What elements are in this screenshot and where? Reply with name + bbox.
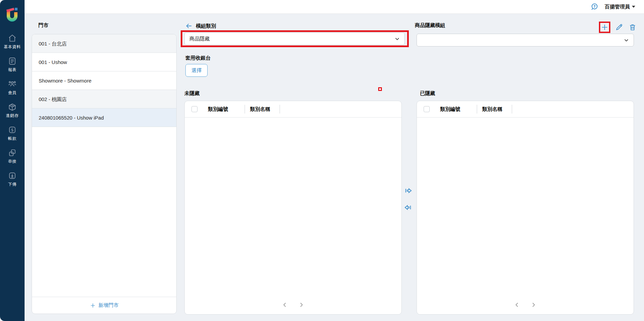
delete-module-button[interactable] (629, 23, 637, 31)
chevron-down-icon (632, 6, 635, 8)
store-list-item[interactable]: Showmore - Showmore (32, 71, 176, 90)
sidebar-item-inventory[interactable]: 進銷存 (0, 102, 25, 125)
sidebar-item-label: 會員 (8, 90, 16, 96)
sidebar-item-label: 報表 (8, 67, 16, 73)
hidden-table-card: 類別編號 類別名稱 (417, 101, 634, 315)
hidden-module-select[interactable] (417, 34, 634, 46)
column-divider (245, 105, 245, 114)
hidden-table-title: 已隱藏 (420, 90, 435, 97)
hidden-module-actions (599, 22, 637, 33)
sidebar-item-payments[interactable]: $ 帳款 (0, 125, 25, 148)
prev-page-button[interactable] (281, 301, 289, 309)
move-to-hidden-button[interactable] (404, 186, 413, 195)
store-list-card: 001 - 台北店 001 - Ushow Showmore - Showmor… (32, 34, 177, 314)
sidebar-item-members[interactable]: 會員 (0, 79, 25, 102)
sidebar-item-label: 串接 (8, 159, 16, 164)
user-name: 百揚管理員 (605, 4, 630, 10)
sidebar-item-download[interactable]: 下傳 (0, 171, 25, 194)
unhidden-table-card: 類別編號 類別名稱 (184, 101, 402, 315)
help-search-icon[interactable]: ? (590, 3, 599, 11)
annotation-red-marker (378, 87, 382, 91)
trash-icon (629, 23, 637, 31)
column-divider (477, 105, 477, 114)
module-category-select[interactable]: 商品隱藏 (184, 32, 405, 45)
add-module-button[interactable] (601, 23, 609, 31)
store-list-item[interactable]: 001 - 台北店 (32, 34, 176, 53)
ushow-logo (4, 5, 20, 23)
store-list-item-selected[interactable]: 240801065520 - Ushow iPad (32, 108, 176, 127)
select-all-checkbox[interactable] (191, 106, 198, 112)
payment-icon: $ (8, 125, 17, 134)
edit-module-button[interactable] (615, 23, 623, 31)
page: 基本資料 報表 會員 進銷存 $ 帳款 串接 (0, 0, 644, 321)
sidebar-item-reports[interactable]: 報表 (0, 57, 25, 79)
store-list: 001 - 台北店 001 - Ushow Showmore - Showmor… (32, 34, 176, 127)
sidebar-item-label: 帳款 (8, 136, 16, 141)
unhidden-table-pagination (185, 299, 401, 310)
annotation-red-box-add-button (599, 22, 610, 33)
sidebar-item-label: 基本資料 (4, 44, 21, 50)
sidebar-item-label: 下傳 (8, 182, 16, 187)
prev-page-button[interactable] (513, 301, 521, 309)
hidden-module-panel-title: 商品隱藏模組 (415, 22, 445, 29)
move-to-unhidden-button[interactable] (403, 203, 412, 212)
sidebar-item-basic-data[interactable]: 基本資料 (0, 34, 25, 57)
select-all-checkbox[interactable] (424, 106, 430, 112)
hidden-table-header: 類別編號 類別名稱 (417, 101, 634, 118)
column-header-category-code: 類別編號 (440, 106, 477, 113)
stores-title: 門市 (38, 22, 48, 29)
sidebar-nav: 基本資料 報表 會員 進銷存 $ 帳款 串接 (0, 34, 25, 194)
svg-text:$: $ (11, 128, 14, 132)
report-icon (8, 57, 17, 66)
module-header: 模組類別 (185, 22, 216, 30)
sidebar-item-integrations[interactable]: 串接 (0, 148, 25, 171)
store-list-item[interactable]: 001 - Ushow (32, 53, 176, 71)
column-header-category-name: 類別名稱 (482, 106, 512, 113)
sidebar: 基本資料 報表 會員 進銷存 $ 帳款 串接 (0, 0, 25, 321)
next-page-button[interactable] (297, 301, 305, 309)
column-divider (512, 105, 512, 114)
column-header-category-code: 類別編號 (208, 106, 245, 113)
chevron-down-icon (624, 38, 629, 43)
unhidden-table-title: 未隱藏 (184, 90, 200, 97)
plus-icon (90, 302, 96, 309)
apply-cashier-label: 套用收銀台 (185, 55, 211, 61)
choose-cashier-button[interactable]: 選擇 (185, 64, 208, 77)
module-category-title: 模組類別 (196, 23, 216, 29)
unhidden-table-header: 類別編號 類別名稱 (185, 101, 401, 118)
add-store-label: 新增門市 (99, 302, 119, 309)
back-arrow-icon[interactable] (185, 22, 192, 30)
sidebar-item-label: 進銷存 (6, 113, 19, 119)
store-list-item[interactable]: 002 - 桃園店 (32, 90, 176, 108)
transfer-left-icon (403, 203, 412, 212)
download-icon (8, 171, 17, 180)
column-divider (280, 105, 280, 114)
pencil-icon (615, 23, 623, 31)
next-page-button[interactable] (530, 301, 537, 309)
user-menu[interactable]: 百揚管理員 (605, 4, 635, 10)
add-store-button[interactable]: 新增門市 (32, 297, 176, 314)
link-icon (8, 148, 17, 157)
chevron-down-icon (395, 36, 400, 41)
hidden-table-pagination (417, 299, 634, 310)
module-category-selected-value: 商品隱藏 (189, 36, 210, 42)
column-header-category-name: 類別名稱 (250, 106, 280, 113)
svg-text:?: ? (594, 4, 596, 9)
topbar: ? 百揚管理員 (25, 0, 644, 14)
members-icon (8, 79, 17, 89)
inventory-icon (8, 102, 17, 111)
plus-icon (601, 23, 609, 31)
transfer-right-icon (404, 186, 413, 195)
home-icon (8, 34, 17, 43)
